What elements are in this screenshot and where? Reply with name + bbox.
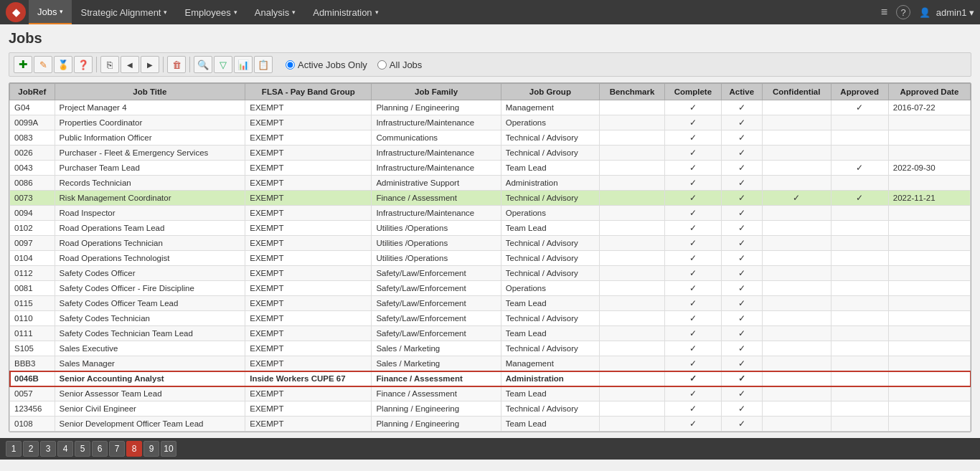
cell-title: Road Operations Technologist	[55, 251, 245, 266]
nav-item-employees[interactable]: Employees ▾	[176, 0, 245, 24]
cell-approved	[831, 130, 888, 146]
table-row[interactable]: S105Sales ExecutiveEXEMPTSales / Marketi…	[10, 341, 971, 356]
cell-group: Team Lead	[501, 161, 599, 176]
cell-complete: ✓	[665, 281, 722, 296]
cell-active: ✓	[721, 176, 762, 191]
table-row[interactable]: 0112Safety Codes OfficerEXEMPTSafety/Law…	[10, 266, 971, 281]
cell-jobref: 0111	[10, 326, 55, 341]
cell-active: ✓	[721, 115, 762, 130]
nav-item-analysis[interactable]: Analysis ▾	[246, 0, 304, 24]
cell-group: Technical / Advisory	[501, 311, 599, 326]
edit-button[interactable]: ✎	[34, 56, 52, 73]
table-row[interactable]: BBB3Sales ManagerEXEMPTSales / Marketing…	[10, 356, 971, 371]
cell-benchmark	[599, 115, 664, 130]
table-row[interactable]: 0097Road Operations TechnicianEXEMPTUtil…	[10, 236, 971, 251]
col-jobref: JobRef	[10, 84, 55, 100]
filter-all-label[interactable]: All Jobs	[377, 60, 423, 70]
report-button[interactable]: 📋	[254, 56, 273, 73]
cell-group: Team Lead	[501, 326, 599, 341]
cell-complete: ✓	[665, 401, 722, 417]
cell-confidential	[762, 115, 831, 130]
table-row[interactable]: 0094Road InspectorEXEMPTInfrastructure/M…	[10, 206, 971, 221]
cell-approved-date	[888, 206, 970, 221]
delete-button[interactable]: 🗑	[167, 56, 186, 73]
page-button-2[interactable]: 2	[23, 441, 39, 457]
badge-button[interactable]: 🏅	[54, 56, 72, 73]
page-button-9[interactable]: 9	[143, 441, 159, 457]
table-row[interactable]: G04Project Manager 4EXEMPTPlanning / Eng…	[10, 100, 971, 115]
page-button-7[interactable]: 7	[109, 441, 125, 457]
table-row[interactable]: 0099AProperties CoordinatorEXEMPTInfrast…	[10, 115, 971, 130]
app-logo[interactable]: ◆	[6, 2, 26, 22]
table-row[interactable]: 0102Road Operations Team LeadEXEMPTUtili…	[10, 221, 971, 236]
cell-approved-date	[888, 326, 970, 341]
cell-flsa: EXEMPT	[245, 146, 372, 161]
page-button-3[interactable]: 3	[40, 441, 56, 457]
nav-admin-caret: ▾	[375, 9, 379, 16]
separator-1	[96, 57, 97, 72]
user-menu[interactable]: 👤 admin1 ▾	[919, 7, 974, 18]
cell-family: Utilities /Operations	[372, 251, 501, 266]
cell-approved	[831, 326, 888, 341]
table-row[interactable]: 123456Senior Civil EngineerEXEMPTPlannin…	[10, 401, 971, 417]
cell-jobref: 0097	[10, 236, 55, 251]
cell-approved-date	[888, 341, 970, 356]
move-right-button[interactable]: ▶	[141, 56, 159, 73]
table-row[interactable]: 0115Safety Codes Officer Team LeadEXEMPT…	[10, 296, 971, 311]
table-row[interactable]: 0104Road Operations TechnologistEXEMPTUt…	[10, 251, 971, 266]
table-row[interactable]: 0108Senior Development Officer Team Lead…	[10, 417, 971, 432]
cell-jobref: 0099A	[10, 115, 55, 130]
toolbar: ✚ ✎ 🏅 ❓ ⎘ ◀ ▶ 🗑 🔍 ▽ 📊 📋 Active Jobs Only…	[9, 52, 971, 77]
filter-button[interactable]: ▽	[214, 56, 232, 73]
table-row[interactable]: 0083Public Information OfficerEXEMPTComm…	[10, 130, 971, 146]
cell-flsa: EXEMPT	[245, 130, 372, 146]
page-button-6[interactable]: 6	[92, 441, 108, 457]
table-header-row: JobRef Job Title FLSA - Pay Band Group J…	[10, 84, 971, 100]
page-button-1[interactable]: 1	[6, 441, 22, 457]
copy-button[interactable]: ⎘	[100, 56, 119, 73]
cell-title: Senior Development Officer Team Lead	[55, 417, 245, 432]
page-button-10[interactable]: 10	[161, 441, 176, 457]
cell-group: Team Lead	[501, 417, 599, 432]
cell-flsa: EXEMPT	[245, 251, 372, 266]
cell-group: Technical / Advisory	[501, 251, 599, 266]
cell-complete: ✓	[665, 176, 722, 191]
filter-active-label[interactable]: Active Jobs Only	[286, 60, 367, 70]
nav-item-strategic-alignment[interactable]: Strategic Alignment ▾	[72, 0, 176, 24]
add-button[interactable]: ✚	[14, 56, 32, 73]
table-row[interactable]: 0046BSenior Accounting AnalystInside Wor…	[10, 371, 971, 386]
table-row[interactable]: 0081Safety Codes Officer - Fire Discipli…	[10, 281, 971, 296]
help-icon[interactable]: ?	[896, 5, 910, 19]
move-left-button[interactable]: ◀	[121, 56, 139, 73]
cell-complete: ✓	[665, 266, 722, 281]
cell-group: Technical / Advisory	[501, 146, 599, 161]
navbar-menu: Jobs ▾ Strategic Alignment ▾ Employees ▾…	[29, 0, 881, 24]
cell-family: Infrastructure/Maintenance	[372, 146, 501, 161]
nav-item-administration[interactable]: Administration ▾	[304, 0, 387, 24]
table-row[interactable]: 0110Safety Codes TechnicianEXEMPTSafety/…	[10, 311, 971, 326]
nav-item-jobs[interactable]: Jobs ▾	[29, 0, 72, 24]
cell-approved-date	[888, 176, 970, 191]
search-button[interactable]: 🔍	[194, 56, 212, 73]
table-row[interactable]: 0043Purchaser Team LeadEXEMPTInfrastruct…	[10, 161, 971, 176]
table-row[interactable]: 0086Records TechnicianEXEMPTAdministrati…	[10, 176, 971, 191]
table-row[interactable]: 0073Risk Management CoordinatorEXEMPTFin…	[10, 191, 971, 206]
filter-active-radio[interactable]	[286, 60, 295, 70]
cell-group: Management	[501, 100, 599, 115]
cell-jobref: 0026	[10, 146, 55, 161]
cell-active: ✓	[721, 221, 762, 236]
table-row[interactable]: 0026Purchaser - Fleet & Emergency Servic…	[10, 146, 971, 161]
cell-family: Safety/Law/Enforcement	[372, 281, 501, 296]
table-row[interactable]: 0111Safety Codes Technician Team LeadEXE…	[10, 326, 971, 341]
cell-family: Planning / Engineering	[372, 401, 501, 417]
hamburger-icon[interactable]: ≡	[881, 6, 887, 19]
filter-all-radio[interactable]	[377, 60, 387, 70]
page-button-5[interactable]: 5	[75, 441, 90, 457]
cell-title: Public Information Officer	[55, 130, 245, 146]
table-row[interactable]: 0057Senior Assessor Team LeadEXEMPTFinan…	[10, 386, 971, 401]
page-button-8[interactable]: 8	[126, 441, 142, 457]
export-button[interactable]: 📊	[234, 56, 253, 73]
help-button[interactable]: ❓	[74, 56, 93, 73]
username-label: admin1	[936, 7, 967, 18]
page-button-4[interactable]: 4	[57, 441, 73, 457]
